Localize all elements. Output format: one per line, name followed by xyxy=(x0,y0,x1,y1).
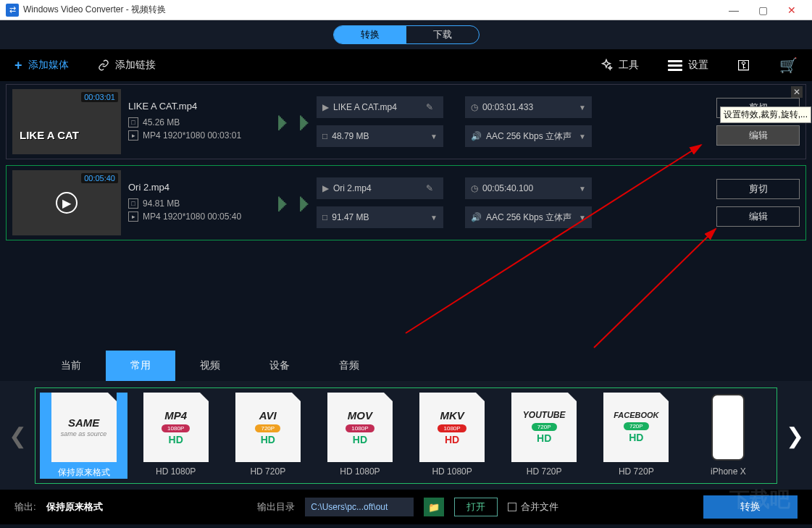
arrow-icon: ⏵⏵ xyxy=(273,190,317,215)
format-card-facebook[interactable]: FACEBOOK720PHD HD 720P xyxy=(593,393,680,479)
format-pill: 720P xyxy=(255,424,280,432)
edit-button[interactable]: 编辑 xyxy=(716,125,800,146)
format-card-mp4[interactable]: MP41080PHD HD 1080P xyxy=(132,393,219,479)
plus-icon: + xyxy=(14,58,22,73)
merge-checkbox[interactable]: 合并文件 xyxy=(508,500,558,514)
duration-badge: 00:05:40 xyxy=(81,173,118,183)
app-icon: ⇄ xyxy=(6,4,19,17)
menu-icon xyxy=(668,60,682,71)
output-opts-col: ◷00:03:01.433▼ 🔊AAC 256 Kbps 立体声▼ xyxy=(465,96,592,147)
format-card-mov[interactable]: MOV1080PHD HD 1080P xyxy=(316,393,403,479)
output-name-field[interactable]: ▶Ori 2.mp4✎ xyxy=(317,177,443,199)
output-name-col: ▶Ori 2.mp4✎ □91.47 MB▼ xyxy=(317,177,443,228)
thumbnail[interactable]: 00:03:01 LIKE A CAT xyxy=(12,89,121,154)
video-icon: ▶ xyxy=(322,102,329,112)
file-row[interactable]: 00:05:40 ▶ Ori 2.mp4 □94.81 MB ▸MP4 1920… xyxy=(6,165,806,240)
output-duration: 00:03:01.433 xyxy=(482,102,533,112)
bottom-bar: 输出: 保持原来格式 输出目录 C:\Users\pc...oft\out 📁 … xyxy=(0,490,812,524)
output-value: 保持原来格式 xyxy=(46,500,103,514)
tab-convert[interactable]: 转换 xyxy=(334,26,406,43)
format-hd: HD xyxy=(537,432,551,444)
scroll-right-button[interactable]: ❯ xyxy=(777,423,812,448)
file-name: Ori 2.mp4 xyxy=(128,182,273,193)
output-duration-dropdown[interactable]: ◷00:05:40.100▼ xyxy=(465,177,592,199)
file-name: LIKE A CAT.mp4 xyxy=(128,101,273,112)
format-card-same[interactable]: SAMEsame as source 保持原来格式 xyxy=(40,393,127,479)
format-hd: HD xyxy=(169,434,183,445)
file-icon: □ xyxy=(322,131,327,141)
window-controls: — ▢ ✕ xyxy=(719,0,806,20)
tools-label: 工具 xyxy=(619,59,639,72)
format-tabs: 当前 常用 视频 设备 音频 xyxy=(0,351,812,381)
format-label: HD 720P xyxy=(619,466,654,477)
format-card-avi[interactable]: AVI720PHD HD 720P xyxy=(224,393,311,479)
maximize-button[interactable]: ▢ xyxy=(748,0,777,20)
output-dir-path[interactable]: C:\Users\pc...oft\out xyxy=(305,498,414,516)
thumbnail[interactable]: 00:05:40 ▶ xyxy=(12,170,121,235)
output-label: 输出: xyxy=(14,500,36,514)
ftab-video[interactable]: 视频 xyxy=(175,351,245,381)
file-meta: MP4 1920*1080 00:03:01 xyxy=(143,130,241,141)
output-name-field[interactable]: ▶LIKE A CAT.mp4✎ xyxy=(317,96,443,118)
file-list: 00:03:01 LIKE A CAT LIKE A CAT.mp4 □45.2… xyxy=(0,81,812,249)
edit-icon[interactable]: ✎ xyxy=(426,183,433,193)
mode-tabs: 转换 下载 xyxy=(333,25,480,44)
chevron-down-icon: ▼ xyxy=(579,104,586,112)
settings-label: 设置 xyxy=(688,59,708,72)
cart-button[interactable]: 🛒 xyxy=(779,56,798,74)
remove-row-button[interactable]: ✕ xyxy=(791,86,803,98)
format-label: HD 1080P xyxy=(156,466,196,477)
format-name: FACEBOOK xyxy=(614,411,658,419)
tools-button[interactable]: 工具 xyxy=(600,59,639,72)
format-card-youtube[interactable]: YOUTUBE720PHD HD 720P xyxy=(501,393,588,479)
file-row[interactable]: 00:03:01 LIKE A CAT LIKE A CAT.mp4 □45.2… xyxy=(6,84,806,159)
merge-label: 合并文件 xyxy=(521,500,558,514)
convert-button[interactable]: 转换 xyxy=(703,495,798,519)
format-sub: same as source xyxy=(61,430,107,437)
browse-folder-button[interactable]: 📁 xyxy=(424,498,444,516)
output-size-dropdown[interactable]: □48.79 MB▼ xyxy=(317,125,443,147)
output-size: 48.79 MB xyxy=(332,131,369,141)
format-row: ❮ SAMEsame as source 保持原来格式 MP41080PHD H… xyxy=(0,381,812,490)
checkbox-icon xyxy=(508,503,516,511)
chevron-down-icon: ▼ xyxy=(579,214,586,222)
format-hd: HD xyxy=(445,434,459,445)
ftab-audio[interactable]: 音频 xyxy=(314,351,384,381)
format-label: 保持原来格式 xyxy=(58,466,110,479)
edit-button[interactable]: 编辑 xyxy=(716,206,800,227)
chevron-down-icon: ▼ xyxy=(579,185,586,193)
settings-button[interactable]: 设置 xyxy=(668,59,708,72)
output-audio: AAC 256 Kbps 立体声 xyxy=(486,130,572,143)
play-overlay-icon[interactable]: ▶ xyxy=(56,192,78,214)
output-audio-dropdown[interactable]: 🔊AAC 256 Kbps 立体声▼ xyxy=(465,206,592,228)
edit-icon[interactable]: ✎ xyxy=(426,102,433,112)
minimize-button[interactable]: — xyxy=(719,0,748,20)
speaker-icon: 🔊 xyxy=(471,212,482,222)
format-card-iphonex[interactable]: iPhone X xyxy=(685,393,772,479)
toolbar: + 添加媒体 添加链接 工具 设置 ⚿ 🛒 xyxy=(0,49,812,81)
clock-icon: ◷ xyxy=(471,183,478,193)
file-icon: □ xyxy=(128,198,138,209)
format-label: HD 1080P xyxy=(340,466,380,477)
scroll-left-button[interactable]: ❮ xyxy=(0,423,35,448)
ftab-current[interactable]: 当前 xyxy=(36,351,106,381)
output-opts-col: ◷00:05:40.100▼ 🔊AAC 256 Kbps 立体声▼ xyxy=(465,177,592,228)
close-button[interactable]: ✕ xyxy=(777,0,806,20)
ftab-common[interactable]: 常用 xyxy=(106,351,175,381)
add-link-button[interactable]: 添加链接 xyxy=(98,59,156,72)
cut-button[interactable]: 剪切 xyxy=(716,179,800,199)
format-card-mkv[interactable]: MKV1080PHD HD 1080P xyxy=(409,393,496,479)
output-audio-dropdown[interactable]: 🔊AAC 256 Kbps 立体声▼ xyxy=(465,125,592,147)
key-button[interactable]: ⚿ xyxy=(737,58,750,73)
add-media-label: 添加媒体 xyxy=(28,59,69,72)
add-media-button[interactable]: + 添加媒体 xyxy=(14,58,69,73)
format-label: iPhone X xyxy=(711,466,746,477)
output-duration-dropdown[interactable]: ◷00:03:01.433▼ xyxy=(465,96,592,118)
format-label: HD 720P xyxy=(527,466,562,477)
open-folder-button[interactable]: 打开 xyxy=(454,498,498,516)
format-name: SAME xyxy=(68,416,99,429)
ftab-device[interactable]: 设备 xyxy=(245,351,314,381)
format-hd: HD xyxy=(261,434,275,445)
tab-download[interactable]: 下载 xyxy=(406,26,479,43)
output-size-dropdown[interactable]: □91.47 MB▼ xyxy=(317,206,443,228)
